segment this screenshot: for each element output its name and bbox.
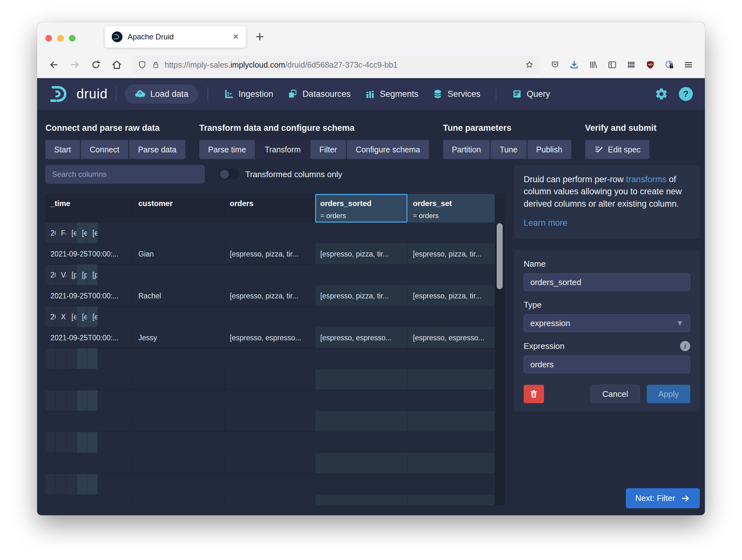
- browser-toolbar: https://imply-sales.implycloud.com/druid…: [37, 51, 705, 78]
- home-button[interactable]: [108, 56, 125, 73]
- column-header-time[interactable]: _time: [45, 194, 133, 222]
- type-select[interactable]: expression ▼: [524, 314, 690, 332]
- ublock-origin-icon[interactable]: uO: [642, 56, 658, 73]
- library-icon[interactable]: [585, 56, 601, 73]
- downloads-icon[interactable]: [566, 56, 582, 73]
- back-button[interactable]: [45, 56, 62, 73]
- druid-console: druid Load data Ingestion Datasources Se…: [37, 78, 705, 515]
- step-button-partition[interactable]: Partition: [443, 140, 490, 159]
- table-row-empty: [45, 390, 52, 411]
- step-group-verify: Verify and submit Edit spec: [585, 123, 656, 159]
- step-button-configure-schema[interactable]: Configure schema: [347, 140, 429, 159]
- lock-icon[interactable]: [151, 60, 160, 69]
- step-group-tune: Tune parameters Partition Tune Publish: [443, 123, 571, 159]
- nav-item-datasources[interactable]: Datasources: [280, 85, 358, 103]
- sidebar-icon[interactable]: [604, 56, 621, 73]
- scrollbar-thumb[interactable]: [497, 223, 503, 289]
- cancel-button[interactable]: Cancel: [591, 385, 640, 403]
- traffic-lights: [45, 35, 75, 42]
- nav-item-services[interactable]: Services: [425, 85, 487, 103]
- tracking-shield-icon[interactable]: [138, 60, 147, 69]
- column-header-orders-sorted[interactable]: orders_sorted= orders: [315, 194, 408, 222]
- minimize-window-button[interactable]: [57, 35, 64, 42]
- help-button[interactable]: ?: [679, 87, 693, 101]
- nav-item-ingestion[interactable]: Ingestion: [216, 85, 280, 103]
- nav-divider: [116, 87, 116, 101]
- table-cell: [espresso, pizza, tir...: [315, 244, 408, 264]
- table-row-empty: [45, 474, 52, 495]
- column-header-orders[interactable]: orders: [225, 194, 315, 222]
- table-cell: 2021-09-25T00:00:...: [45, 222, 56, 244]
- table-cell: 2021-09-25T00:00:...: [45, 327, 133, 348]
- menu-hamburger-icon[interactable]: [680, 56, 697, 73]
- name-field[interactable]: [524, 273, 690, 291]
- close-window-button[interactable]: [45, 35, 52, 42]
- arrow-right-icon: [681, 494, 690, 503]
- table-cell: [espresso, pizza]: [77, 306, 87, 327]
- forward-button[interactable]: [66, 56, 84, 73]
- browser-chrome: Apache Druid ✕ + https://imply-sales.imp…: [37, 22, 705, 78]
- zoom-window-button[interactable]: [69, 35, 75, 42]
- table-cell: [espresso, espresso...: [408, 327, 495, 348]
- next-filter-button[interactable]: Next: Filter: [626, 488, 700, 508]
- step-button-parse-time[interactable]: Parse time: [199, 140, 255, 159]
- table-row-empty: [45, 369, 505, 390]
- info-icon[interactable]: i: [680, 341, 690, 351]
- pocket-icon[interactable]: [547, 56, 563, 73]
- privacy-lock-icon[interactable]: [661, 56, 678, 73]
- table-cell: [espresso, pizza]: [87, 306, 98, 327]
- table-cell: Rachel: [133, 286, 225, 306]
- step-button-transform[interactable]: Transform: [256, 140, 309, 159]
- url-bar[interactable]: https://imply-sales.implycloud.com/druid…: [132, 56, 540, 74]
- ingestion-chart-icon: [223, 89, 234, 99]
- browser-tab[interactable]: Apache Druid ✕: [105, 26, 246, 48]
- table-cell: [espresso, pizza, tir...: [408, 286, 495, 306]
- table-row: 2021-09-25T00:00:... Vadim [pizza, tiram…: [45, 264, 52, 286]
- new-tab-button[interactable]: +: [256, 28, 264, 45]
- table-cell: 2021-09-25T00:00:...: [45, 286, 133, 306]
- tab-close-icon[interactable]: ✕: [232, 33, 239, 41]
- step-group-title: Transform data and configure schema: [199, 123, 429, 133]
- reload-button[interactable]: [87, 56, 104, 73]
- step-button-publish[interactable]: Publish: [527, 140, 571, 159]
- type-label: Type: [524, 300, 690, 310]
- bookmark-star-icon[interactable]: [525, 60, 534, 69]
- edit-spec-icon: [594, 145, 603, 154]
- expression-field[interactable]: [524, 356, 690, 373]
- preview-table: _time customer orders orders_sorted= ord…: [45, 194, 505, 505]
- toggle-label: Transformed columns only: [245, 169, 342, 180]
- table-cell: 2021-09-25T00:00:...: [45, 264, 56, 286]
- nav-item-label: Load data: [150, 89, 188, 99]
- step-button-filter[interactable]: Filter: [310, 140, 346, 159]
- nav-item-query[interactable]: Query: [505, 85, 557, 103]
- column-header-customer[interactable]: customer: [133, 194, 225, 222]
- transforms-link[interactable]: transforms: [626, 174, 667, 184]
- table-scrollbar[interactable]: [495, 222, 505, 505]
- step-button-connect[interactable]: Connect: [81, 140, 128, 159]
- step-button-tune[interactable]: Tune: [491, 140, 526, 159]
- nav-item-load-data[interactable]: Load data: [125, 85, 198, 103]
- apply-button[interactable]: Apply: [647, 385, 690, 403]
- step-group-title: Verify and submit: [585, 123, 656, 133]
- step-button-start[interactable]: Start: [45, 140, 80, 159]
- containers-fence-icon[interactable]: [623, 56, 639, 73]
- column-header-orders-set[interactable]: orders_set= orders: [408, 194, 495, 222]
- help-icon: ?: [683, 89, 688, 99]
- step-button-parse-data[interactable]: Parse data: [129, 140, 186, 159]
- settings-gear-icon[interactable]: [655, 87, 668, 101]
- step-group-title: Tune parameters: [443, 123, 571, 133]
- step-group-connect: Connect and parse raw data Start Connect…: [45, 123, 186, 159]
- learn-more-link[interactable]: Learn more: [524, 217, 568, 229]
- table-cell: [pizza, tiramisu]: [87, 264, 98, 286]
- nav-item-segments[interactable]: Segments: [358, 85, 426, 103]
- table-cell: Fangjin: [56, 222, 66, 244]
- search-columns-input[interactable]: [45, 165, 205, 184]
- step-button-edit-spec[interactable]: Edit spec: [585, 140, 650, 159]
- table-header-row: _time customer orders orders_sorted= ord…: [45, 194, 505, 222]
- nav-item-label: Datasources: [303, 89, 351, 99]
- expression-label: Expression: [524, 341, 565, 351]
- transformed-columns-toggle[interactable]: [219, 168, 239, 180]
- query-console-icon: [512, 89, 522, 99]
- delete-transform-button[interactable]: [524, 385, 544, 403]
- callout-text: Druid can perform per-row: [524, 174, 626, 184]
